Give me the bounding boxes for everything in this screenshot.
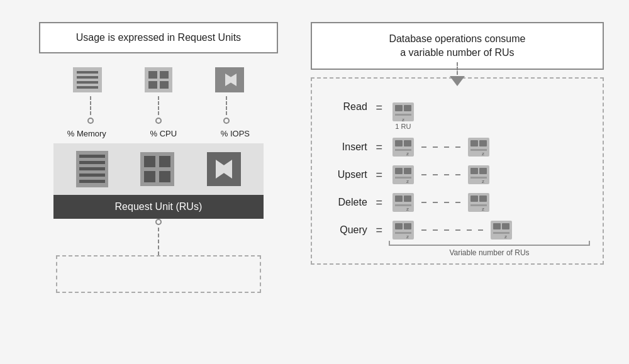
big-memory-icon xyxy=(75,150,109,189)
cpu-label: % CPU xyxy=(150,129,177,138)
ru-label-text: Request Unit (RUs) xyxy=(115,201,203,212)
resource-icons-area: % Memory % CPU % IOPS xyxy=(39,66,278,293)
iops-circle-dot xyxy=(223,118,230,124)
svg-text:z: z xyxy=(482,206,484,212)
equals-query: = xyxy=(374,224,385,237)
cpu-dashed-col xyxy=(155,96,162,124)
svg-rect-34 xyxy=(404,140,411,146)
iops-dashed-col xyxy=(223,96,230,124)
top-icons-row xyxy=(39,66,278,94)
svg-rect-3 xyxy=(77,81,98,84)
svg-rect-1 xyxy=(77,71,98,74)
svg-rect-9 xyxy=(160,81,169,89)
op-label-insert: Insert xyxy=(323,141,367,153)
svg-rect-20 xyxy=(144,156,155,167)
svg-rect-2 xyxy=(77,76,98,79)
op-row-query: Query = z xyxy=(323,219,591,241)
iops-label: % IOPS xyxy=(221,129,250,138)
svg-rect-39 xyxy=(479,140,487,146)
svg-rect-8 xyxy=(148,81,157,89)
iops-icon-col xyxy=(214,66,245,94)
dashed-lines-row xyxy=(39,96,278,124)
query-doc-icon1: z xyxy=(391,219,415,241)
cpu-circle-dot xyxy=(155,118,162,124)
ru-dashed-line xyxy=(158,228,159,255)
svg-rect-7 xyxy=(160,71,169,79)
svg-rect-30 xyxy=(395,114,411,116)
svg-rect-29 xyxy=(404,105,411,111)
right-title-line1: Database operations consume xyxy=(389,33,525,44)
iops-dashed-line xyxy=(226,96,227,115)
op-label-read: Read xyxy=(323,101,367,113)
read-doc-icon: z xyxy=(391,101,415,123)
delete-doc-icon2: z xyxy=(467,192,491,213)
variable-label: Variable number of RUs xyxy=(389,248,590,257)
svg-rect-16 xyxy=(79,167,105,170)
svg-rect-40 xyxy=(470,149,487,151)
mem-dashed-col xyxy=(87,96,94,124)
svg-rect-69 xyxy=(502,223,509,229)
upsert-doc-icon1: z xyxy=(391,164,415,185)
svg-rect-28 xyxy=(395,105,403,111)
query-bracket xyxy=(389,241,590,246)
ru-circle-dot xyxy=(155,219,162,225)
connector-area xyxy=(39,219,278,293)
upsert-dash-line xyxy=(421,174,460,175)
arrow-down-tri xyxy=(450,76,465,86)
svg-rect-48 xyxy=(470,168,478,174)
op-row-insert: Insert = z xyxy=(323,136,591,158)
svg-rect-58 xyxy=(470,196,478,202)
query-doc-icon2: z xyxy=(489,219,513,241)
svg-rect-22 xyxy=(144,171,155,182)
query-dash-line xyxy=(421,229,483,231)
op-label-delete: Delete xyxy=(323,197,367,208)
mem-dashed-line xyxy=(90,96,91,115)
left-panel: Usage is expressed in Request Units xyxy=(25,22,292,343)
svg-rect-18 xyxy=(79,180,105,183)
svg-text:z: z xyxy=(482,151,484,157)
memory-icon-col xyxy=(72,66,103,94)
main-container: Usage is expressed in Request Units xyxy=(13,9,616,355)
op-label-query: Query xyxy=(323,224,367,236)
svg-rect-64 xyxy=(404,223,411,229)
left-title-box: Usage is expressed in Request Units xyxy=(39,22,278,53)
ru-connector-col xyxy=(155,219,162,255)
svg-rect-33 xyxy=(395,140,403,146)
read-doc-col: z 1 RU xyxy=(391,101,415,130)
svg-rect-17 xyxy=(79,174,105,177)
svg-rect-23 xyxy=(159,171,170,182)
equals-delete: = xyxy=(374,196,385,209)
svg-text:z: z xyxy=(406,206,409,212)
ops-dashed-container: Read = z 1 RU Insert = xyxy=(311,77,604,265)
svg-rect-38 xyxy=(470,140,478,146)
svg-rect-70 xyxy=(493,232,509,234)
insert-dash-line xyxy=(421,146,460,148)
insert-doc-icon1: z xyxy=(391,136,415,158)
ru-label-bar: Request Unit (RUs) xyxy=(53,195,264,219)
right-title-line2: a variable number of RUs xyxy=(400,47,514,58)
svg-text:z: z xyxy=(406,151,409,157)
equals-upsert: = xyxy=(374,168,385,182)
right-panel: Database operations consume a variable n… xyxy=(311,22,604,343)
svg-text:z: z xyxy=(406,179,409,184)
ru-resource-box xyxy=(53,143,264,195)
svg-rect-68 xyxy=(493,223,501,229)
op-row-upsert: Upsert = z xyxy=(323,164,591,185)
one-ru-label: 1 RU xyxy=(395,123,411,130)
svg-rect-44 xyxy=(404,168,411,174)
left-title-text: Usage is expressed in Request Units xyxy=(76,32,241,43)
svg-rect-50 xyxy=(470,177,487,179)
query-section: Query = z xyxy=(323,219,591,257)
equals-read: = xyxy=(374,101,385,114)
op-label-upsert: Upsert xyxy=(323,169,367,180)
svg-rect-63 xyxy=(395,223,403,229)
svg-rect-14 xyxy=(79,155,105,158)
mem-circle-dot xyxy=(87,118,94,124)
svg-rect-35 xyxy=(395,149,411,151)
svg-text:z: z xyxy=(482,179,484,184)
op-row-delete: Delete = z xyxy=(323,192,591,213)
delete-doc-icon1: z xyxy=(391,192,415,213)
svg-rect-55 xyxy=(395,204,411,206)
svg-rect-4 xyxy=(77,86,98,89)
equals-insert: = xyxy=(374,141,385,154)
